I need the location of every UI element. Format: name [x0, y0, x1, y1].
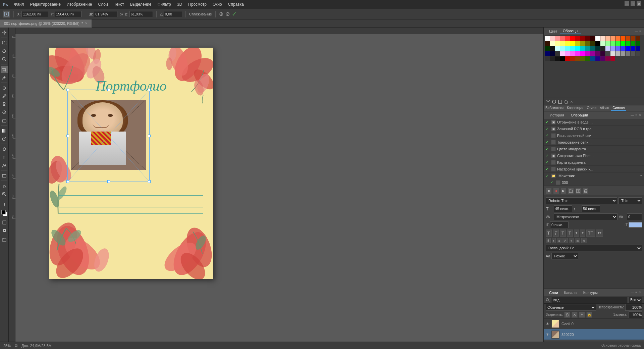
swatch-item[interactable]: [550, 51, 555, 56]
swatch-item[interactable]: [580, 36, 585, 41]
document-tab[interactable]: 001 портфолио.png @ 25% (320220, RGB/8) …: [0, 19, 92, 28]
history-tab[interactable]: История: [546, 112, 568, 118]
menu-edit[interactable]: Редактирование: [27, 1, 63, 7]
swatch-item[interactable]: [585, 36, 590, 41]
superscript-button[interactable]: T: [574, 230, 579, 237]
swatch-item[interactable]: [570, 51, 575, 56]
channels-tab[interactable]: Каналы: [561, 290, 580, 295]
swatch-item[interactable]: [590, 36, 595, 41]
font-style-select[interactable]: Thin: [619, 197, 642, 204]
swatch-item[interactable]: [595, 41, 600, 46]
swatch-item[interactable]: [560, 51, 565, 56]
ops-group-8[interactable]: ✓ 📁 Макетник ▾: [544, 172, 644, 179]
swatch-item[interactable]: [631, 41, 635, 46]
ops-item-7[interactable]: ✓ Настройка краски к...: [544, 166, 644, 172]
menu-view[interactable]: Просмотр: [185, 1, 209, 7]
swatch-item[interactable]: [560, 36, 565, 41]
rt-btn-2[interactable]: [551, 99, 557, 105]
swatch-item[interactable]: [560, 41, 565, 46]
swatch-item[interactable]: [605, 41, 610, 46]
ops-stop[interactable]: ■: [546, 188, 552, 194]
italic-button[interactable]: T: [553, 230, 559, 237]
menu-3d[interactable]: 3D: [174, 1, 185, 7]
gradient-tool[interactable]: [1, 127, 8, 134]
height-input[interactable]: [129, 11, 153, 17]
swash-button[interactable]: A: [562, 238, 568, 243]
text-tool[interactable]: T: [1, 153, 8, 161]
styles-tab[interactable]: Стили: [585, 105, 598, 111]
strikethrough-button[interactable]: T: [567, 230, 573, 237]
extra-tools[interactable]: [1, 201, 8, 208]
ops-item-1[interactable]: ✓ ▣ Заказной RGB в гра...: [544, 126, 644, 132]
pen-tool[interactable]: [1, 145, 8, 153]
ops-new[interactable]: [575, 188, 581, 194]
layers-minimize[interactable]: —: [631, 291, 634, 294]
layer-eye-0[interactable]: 👁: [546, 322, 549, 326]
libraries-tab[interactable]: Библиотеки: [544, 105, 565, 111]
swatch-item[interactable]: [565, 51, 570, 56]
swatch-item[interactable]: [590, 51, 595, 56]
ops-record-dot[interactable]: ●: [553, 188, 559, 194]
font-family-select[interactable]: Roboto Thin: [546, 197, 617, 204]
swatch-item[interactable]: [615, 41, 620, 46]
layer-item-0[interactable]: 👁 Слой 0: [544, 318, 644, 329]
swatch-item[interactable]: [631, 51, 635, 56]
rt-btn-4[interactable]: [563, 99, 569, 105]
screen-mode[interactable]: [1, 236, 8, 244]
titling-button[interactable]: tt: [569, 238, 574, 243]
swatch-item[interactable]: [570, 41, 575, 46]
layer-item-1[interactable]: 👁 320220: [544, 329, 644, 340]
swatch-item[interactable]: [631, 46, 635, 51]
swatch-item[interactable]: [580, 51, 585, 56]
swatches-minimize[interactable]: —: [635, 30, 638, 33]
swatch-item[interactable]: [626, 36, 630, 41]
swatch-item[interactable]: [585, 46, 590, 51]
swatch-item[interactable]: [565, 41, 570, 46]
subscript-button[interactable]: T: [580, 230, 585, 237]
ops-item-0[interactable]: ✓ ▣ Отражение в воде ...: [544, 119, 644, 126]
ops-close[interactable]: ✕: [639, 113, 641, 117]
width-input[interactable]: [94, 11, 117, 17]
ops-delete[interactable]: [583, 188, 589, 194]
rt-btn-3[interactable]: [557, 99, 563, 105]
swatch-item[interactable]: [560, 46, 565, 51]
smallcaps-button[interactable]: TT: [596, 230, 603, 237]
hand-tool[interactable]: [1, 182, 8, 190]
lock-position-button[interactable]: +: [579, 312, 585, 318]
swatch-item[interactable]: [615, 51, 620, 56]
swatch-item[interactable]: [600, 51, 605, 56]
fill-input[interactable]: [629, 311, 642, 318]
uppercase-button[interactable]: TT: [586, 230, 595, 237]
eyedropper-tool[interactable]: [1, 74, 8, 81]
x-coord-input[interactable]: [21, 11, 48, 17]
swatch-item[interactable]: [595, 36, 600, 41]
swatch-item[interactable]: [580, 56, 585, 61]
foreground-color[interactable]: [1, 210, 6, 214]
quick-select-tool[interactable]: [1, 55, 8, 63]
swatch-item[interactable]: [600, 36, 605, 41]
menu-filter[interactable]: Фильтр: [155, 1, 173, 7]
ops-play[interactable]: ▶: [560, 188, 567, 194]
swatch-item[interactable]: [610, 51, 615, 56]
oldstyle-button[interactable]: f: [552, 238, 556, 243]
swatch-item[interactable]: [610, 46, 615, 51]
maximize-button[interactable]: □: [631, 1, 635, 6]
layers-close[interactable]: ✕: [639, 291, 641, 294]
menu-help[interactable]: Справка: [225, 1, 247, 7]
swatch-item[interactable]: [570, 56, 575, 61]
ops-minimize[interactable]: —: [631, 113, 634, 117]
swatch-item[interactable]: [626, 51, 630, 56]
menu-window[interactable]: Окно: [210, 1, 225, 7]
blend-mode-select[interactable]: Обычные: [546, 304, 596, 311]
crop-tool[interactable]: [1, 66, 8, 73]
fraction-button[interactable]: ½: [581, 238, 587, 243]
swatch-item[interactable]: [555, 51, 560, 56]
paragraph-tab[interactable]: Абзац: [598, 105, 611, 111]
swatch-item[interactable]: [550, 41, 555, 46]
swatch-item[interactable]: [590, 41, 595, 46]
lasso-tool[interactable]: [1, 47, 8, 55]
cancel-transform-icon[interactable]: ⊘: [225, 11, 230, 17]
zoom-fit-icon[interactable]: ⊡: [15, 344, 17, 347]
photo-frame[interactable]: [71, 100, 151, 180]
operations-tab[interactable]: Операции: [568, 112, 591, 118]
